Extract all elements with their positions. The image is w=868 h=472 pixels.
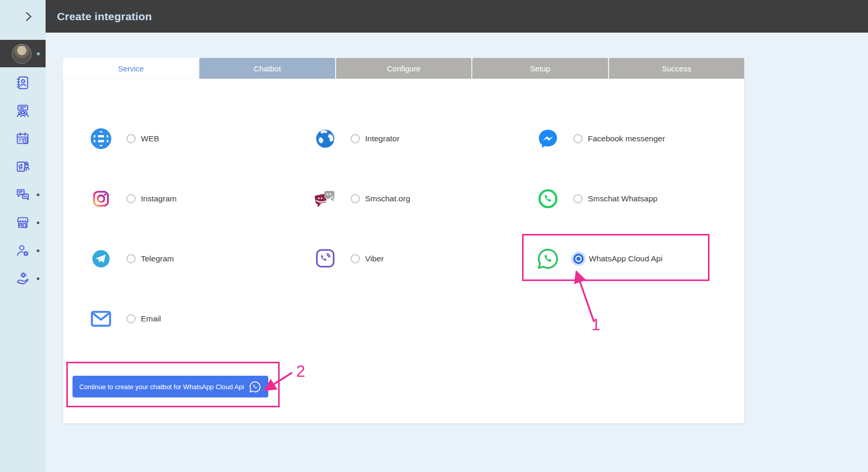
- smschat-org-radio[interactable]: [351, 194, 360, 203]
- chats-icon: [15, 187, 31, 202]
- service-label: Integrator: [365, 134, 399, 143]
- team-inbox-icon: [15, 103, 31, 119]
- service-option-telegram[interactable]: Telegram: [89, 229, 313, 289]
- create-integration-page: Create integration Service Chatbot Confi…: [0, 0, 868, 472]
- tab-setup[interactable]: Setup: [472, 58, 607, 79]
- sidebar-item-campaigns[interactable]: [0, 159, 46, 174]
- service-option-viber[interactable]: Viber: [313, 229, 536, 289]
- whatsapp-cloud-api-radio[interactable]: [573, 254, 584, 264]
- hand-gear-icon: [15, 271, 31, 286]
- notification-dot: [37, 194, 39, 196]
- service-label: Telegram: [141, 254, 174, 263]
- service-label: Smschat Whatsapp: [588, 194, 657, 203]
- service-option-facebook-messenger[interactable]: Facebook messenger: [536, 109, 744, 169]
- chevron-right-icon: [23, 11, 34, 22]
- messenger-icon: [536, 128, 560, 150]
- email-icon: [89, 310, 113, 328]
- sidebar-expand-button[interactable]: [0, 0, 46, 33]
- service-option-smschat-org[interactable]: Smschat.org: [313, 169, 536, 229]
- sidebar-item-chats[interactable]: [0, 187, 46, 202]
- wizard-tabs: Service Chatbot Configure Setup Success: [63, 58, 744, 79]
- service-option-integrator[interactable]: Integrator: [313, 109, 536, 169]
- sidebar-item-store[interactable]: [0, 215, 46, 230]
- service-label: WhatsApp Cloud Api: [589, 254, 662, 263]
- service-label: Email: [141, 314, 161, 323]
- service-label: Smschat.org: [365, 194, 410, 203]
- notification-dot: [37, 222, 39, 224]
- whatsapp-outline-icon: [536, 247, 560, 271]
- tab-success[interactable]: Success: [609, 58, 744, 79]
- whatsapp-icon: [249, 380, 262, 393]
- web-radio[interactable]: [126, 134, 136, 143]
- tab-service[interactable]: Service: [63, 58, 198, 79]
- page-title: Create integration: [57, 10, 152, 23]
- service-option-email[interactable]: Email: [89, 289, 313, 349]
- smschat-bubbles-icon: [313, 188, 337, 210]
- sidebar-item-calendar[interactable]: [0, 131, 46, 146]
- campaigns-rocket-icon: [15, 159, 31, 174]
- telegram-radio[interactable]: [126, 254, 136, 263]
- integrator-radio[interactable]: [351, 134, 360, 143]
- service-option-web[interactable]: WEB: [89, 109, 313, 169]
- user-gear-icon: [15, 243, 31, 258]
- telegram-icon: [89, 248, 113, 269]
- service-option-smschat-whatsapp[interactable]: Smschat Whatsapp: [536, 169, 744, 229]
- service-option-instagram[interactable]: Instagram: [89, 169, 313, 229]
- instagram-radio[interactable]: [126, 194, 136, 203]
- notification-dot: [37, 249, 39, 252]
- notification-dot: [37, 277, 39, 280]
- page-header: Create integration: [46, 0, 868, 33]
- earth-globe-icon: [313, 128, 337, 150]
- tab-configure[interactable]: Configure: [336, 58, 471, 79]
- sidebar-item-contacts[interactable]: [0, 75, 46, 91]
- facebook-messenger-radio[interactable]: [573, 134, 583, 143]
- store-icon: [15, 215, 31, 230]
- sidebar: [0, 0, 46, 472]
- instagram-icon: [89, 190, 113, 208]
- status-dot: [37, 52, 40, 55]
- continue-button-label: Continue to create your chatbot for What…: [79, 383, 244, 391]
- service-label: Instagram: [141, 194, 177, 203]
- user-profile-block[interactable]: [0, 40, 46, 67]
- contacts-book-icon: [15, 75, 31, 91]
- smschat-whatsapp-radio[interactable]: [573, 194, 583, 203]
- web-globe-icon: [89, 127, 113, 150]
- continue-button[interactable]: Continue to create your chatbot for What…: [73, 376, 268, 397]
- viber-icon: [313, 248, 337, 270]
- whatsapp-filled-icon: [536, 188, 560, 209]
- avatar[interactable]: [12, 44, 32, 64]
- viber-radio[interactable]: [351, 254, 360, 263]
- service-label: Viber: [365, 254, 384, 263]
- tab-chatbot[interactable]: Chatbot: [199, 58, 335, 79]
- sidebar-item-services[interactable]: [0, 271, 46, 286]
- email-radio[interactable]: [126, 314, 136, 323]
- services-grid: WEB Integrator Facebook messenger Instag…: [63, 79, 744, 349]
- calendar-clock-icon: [15, 131, 31, 146]
- service-label: Facebook messenger: [588, 134, 665, 143]
- sidebar-item-user-settings[interactable]: [0, 243, 46, 258]
- sidebar-item-team-inbox[interactable]: [0, 103, 46, 119]
- service-option-whatsapp-cloud-api[interactable]: WhatsApp Cloud Api: [536, 229, 744, 289]
- service-label: WEB: [141, 134, 159, 143]
